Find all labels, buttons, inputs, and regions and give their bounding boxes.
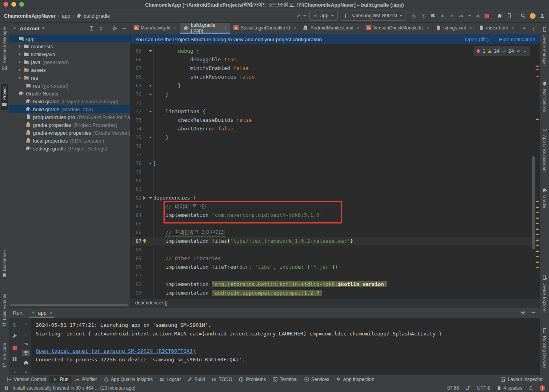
console-tool-restore-layout[interactable]	[11, 355, 18, 363]
toolwindow-button-terminal[interactable]: Terminal	[269, 376, 301, 383]
console-tool-print[interactable]	[22, 360, 30, 366]
expand-all-icon[interactable]	[98, 26, 104, 31]
tree-item-gradle-wrapper-properties[interactable]: gradle-wrapper.properties (Gradle Versio…	[9, 129, 130, 137]
code-line-67[interactable]: 67 minifyEnabled false	[130, 64, 540, 73]
toolwindow-button-services[interactable]: Services	[301, 376, 332, 383]
tree-item-kotlin-java[interactable]: kotlin+java	[9, 50, 130, 58]
tree-item-settings-gradle[interactable]: settings.gradle (Project Settings)	[9, 145, 130, 152]
close-icon[interactable]: ×	[426, 25, 429, 31]
code-line-93[interactable]: 93 implementation 'androidx.appcompat:ap…	[130, 289, 540, 297]
chevron-right-icon[interactable]	[18, 53, 22, 56]
intention-bulb-icon[interactable]	[142, 238, 147, 244]
run-configuration-select[interactable]: app	[309, 11, 338, 21]
toolwindow-button-layout-inspector[interactable]: Layout Inspector	[497, 376, 546, 383]
debug-icon[interactable]	[440, 13, 445, 18]
tree-item-java[interactable]: java (generated)	[9, 58, 130, 66]
close-icon[interactable]: ×	[174, 25, 177, 31]
close-icon[interactable]: ×	[357, 25, 360, 31]
zoom-window-button[interactable]	[19, 2, 24, 7]
code-line-92[interactable]: 92 implementation "org.jetbrains.kotlin:…	[130, 280, 540, 289]
run-tab-app[interactable]: app ×	[29, 308, 54, 318]
stop-icon[interactable]	[485, 14, 489, 18]
highlight-level-badge[interactable]: !	[540, 385, 545, 391]
console-tool-soft-wrap[interactable]	[22, 341, 30, 347]
tab-mainactivity-kt[interactable]: KMainActivity.kt×	[130, 23, 180, 34]
chevron-right-icon[interactable]	[18, 45, 22, 48]
stripe-mark[interactable]	[536, 229, 539, 230]
tab-androidmanifest-xml[interactable]: AndroidManifest.xml×	[300, 23, 363, 34]
code-line-74[interactable]: 74 abortOnError false	[130, 125, 540, 133]
fold-marker-icon[interactable]	[149, 50, 152, 52]
gear-icon[interactable]	[112, 26, 118, 31]
code-line-68[interactable]: 68 shrinkResources false	[130, 73, 540, 81]
close-icon[interactable]: ×	[469, 25, 472, 31]
toolwindow-button-app-inspection[interactable]: App Inspection	[332, 376, 377, 383]
caret-position[interactable]: 87:66	[447, 385, 459, 391]
search-everywhere-icon[interactable]	[520, 13, 526, 18]
toolwindow-button-logcat[interactable]: Logcat	[156, 376, 184, 383]
close-window-button[interactable]	[4, 2, 8, 7]
tree-item-res[interactable]: res	[9, 74, 130, 82]
close-icon[interactable]: ×	[294, 25, 296, 31]
code-line-79[interactable]: 79	[130, 168, 540, 176]
tab-options-kebab-icon[interactable]: ⋮	[531, 26, 536, 31]
code-line-77[interactable]: 77	[130, 150, 540, 159]
profile-low-overhead-icon[interactable]	[475, 13, 481, 18]
code-line-84[interactable]: 84 implementation 'com.navercorp.nid:oau…	[130, 211, 540, 220]
fold-marker-icon[interactable]	[149, 197, 152, 199]
code-line-85[interactable]: 85	[130, 220, 540, 228]
stripe-mark[interactable]	[536, 256, 539, 257]
stripe-button-project[interactable]: Project	[1, 84, 8, 110]
stop-icon[interactable]	[13, 346, 17, 350]
code-line-73[interactable]: 73 checkReleaseBuilds false	[130, 116, 540, 125]
more-icon[interactable]: »	[25, 370, 27, 374]
build-button[interactable]	[296, 13, 306, 18]
stripe-mark[interactable]	[536, 207, 539, 208]
tree-item-gradle-properties[interactable]: gradle.properties (Project Properties)	[9, 121, 130, 129]
chevron-right-icon[interactable]	[18, 76, 22, 79]
stripe-mark[interactable]	[536, 234, 539, 235]
code-line-78[interactable]: 78}	[130, 159, 540, 168]
soft-wrap-icon[interactable]	[23, 341, 29, 346]
code-line-91[interactable]: 91	[130, 271, 540, 280]
stripe-mark[interactable]	[536, 223, 539, 224]
stripe-mark[interactable]	[536, 66, 539, 67]
lock-open-icon[interactable]	[529, 386, 533, 390]
restore-layout-icon[interactable]	[12, 356, 17, 362]
code-line-82[interactable]: 82dependencies {	[130, 194, 540, 202]
toolwindow-button-profiler[interactable]: Profiler	[72, 376, 100, 383]
code-line-88[interactable]: 88	[130, 245, 540, 254]
hidden-tabs-chevron-icon[interactable]	[521, 26, 527, 31]
stripe-button-structure[interactable]: Structure	[1, 341, 8, 371]
stripe-button-gradle[interactable]: Gradle	[541, 185, 548, 211]
minimize-window-button[interactable]	[11, 2, 16, 7]
fold-marker-icon[interactable]	[149, 93, 152, 95]
scroll-to-end-icon[interactable]	[23, 350, 29, 356]
status-message[interactable]: Install successfully finished in 30 s 46…	[13, 385, 136, 391]
code-line-76[interactable]: 76	[130, 142, 540, 150]
code-line-89[interactable]: 89 // Other Libraries	[130, 254, 540, 263]
console-tool-edit-configuration-wrench[interactable]	[11, 332, 18, 340]
prev-issue-icon[interactable]	[516, 49, 521, 53]
close-icon[interactable]: ×	[511, 25, 514, 31]
stripe-mark[interactable]	[536, 212, 539, 213]
stripe-mark[interactable]	[536, 251, 539, 252]
down-stack-trace-icon[interactable]: ↓	[25, 331, 28, 336]
fold-marker-icon[interactable]	[149, 85, 152, 86]
stripe-mark[interactable]	[536, 201, 539, 202]
apply-code-changes-icon[interactable]	[430, 13, 436, 18]
close-icon[interactable]: ×	[50, 310, 53, 316]
console-tool-scroll-to-end[interactable]	[22, 350, 30, 356]
attach-debugger-icon[interactable]	[449, 13, 455, 18]
toolwindow-button-app-quality-insights[interactable]: App Quality Insights	[100, 376, 156, 383]
breadcrumb-item-ChamomileAppNaver[interactable]: ChamomileAppNaver	[4, 13, 55, 19]
horizontal-scrollbar[interactable]	[10, 304, 128, 306]
stripe-button-resource-manager[interactable]: Resource Manager	[1, 24, 8, 74]
code-line-75[interactable]: 75 }	[130, 133, 540, 142]
notification-open-link[interactable]: Open (⌘;)	[465, 37, 489, 42]
editor-scrollbar[interactable]	[532, 156, 535, 249]
tree-item-local-properties[interactable]: local.properties (SDK Location)	[9, 137, 130, 145]
chevron-right-icon[interactable]	[18, 60, 22, 64]
code-breadcrumb[interactable]: dependencies{}	[135, 300, 168, 306]
stripe-button-device-manager[interactable]: Device Manager	[541, 24, 548, 68]
